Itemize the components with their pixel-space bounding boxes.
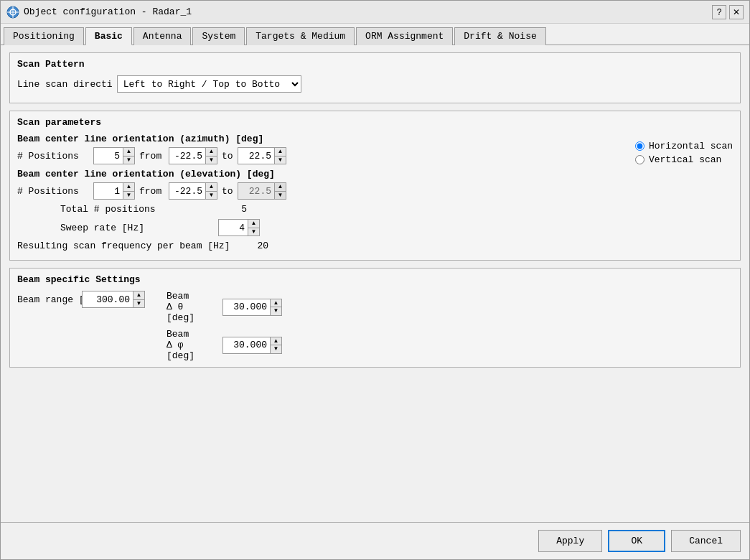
beam-delta-phi-input[interactable] [223,337,270,353]
beam-range-spinner: ▲ ▼ [133,291,144,307]
az-from-input-group: ▲ ▼ [169,147,217,164]
sweep-rate-input[interactable] [219,220,248,235]
az-positions-label: # Positions [17,151,89,162]
tab-targets-medium[interactable]: Targets & Medium [246,27,355,45]
el-positions-label: # Positions [17,186,89,197]
el-from-input[interactable] [169,183,205,199]
beam-delta-theta-up[interactable]: ▲ [271,299,281,308]
cancel-button[interactable]: Cancel [671,530,741,552]
horizontal-scan-label: Horizontal scan [649,141,733,151]
line-scan-label: Line scan directi [17,79,113,90]
el-to-down: ▼ [275,192,286,200]
window-title: Object configuration - Radar_1 [24,6,192,17]
main-window: Object configuration - Radar_1 ? ✕ Posit… [0,0,750,560]
resulting-row: Resulting scan frequency per beam [Hz] 2… [17,241,635,251]
beam-range-label: Beam range [m] [17,294,75,305]
az-positions-up[interactable]: ▲ [123,148,134,157]
el-from-input-group: ▲ ▼ [169,182,217,200]
sweep-rate-input-group: ▲ ▼ [218,219,260,236]
beam-delta-phi-row: Beam Δ φ [deg] ▲ ▼ [167,329,282,361]
title-bar-controls: ? ✕ [712,5,744,19]
sweep-rate-spinner: ▲ ▼ [248,220,259,235]
az-to-input-group: ▲ ▼ [238,147,286,164]
tab-bar: Positioning Basic Antenna System Targets… [1,24,749,45]
az-from-down[interactable]: ▼ [206,157,217,164]
scan-parameters-section: Scan parameters Beam center line orienta… [9,111,741,261]
scan-pattern-title: Scan Pattern [17,59,733,70]
az-positions-down[interactable]: ▼ [123,157,134,164]
vertical-scan-label: Vertical scan [649,154,721,165]
tab-antenna[interactable]: Antenna [133,27,192,45]
vertical-scan-radio[interactable] [635,155,644,164]
tab-basic[interactable]: Basic [85,27,132,45]
az-to-up[interactable]: ▲ [275,148,286,157]
az-positions-input[interactable] [94,148,123,164]
beam-range-down[interactable]: ▼ [133,300,144,308]
title-bar-left: Object configuration - Radar_1 [6,6,192,19]
total-positions-label: Total # positions [60,204,218,215]
az-from-up[interactable]: ▲ [206,148,217,157]
el-from-up[interactable]: ▲ [206,183,217,192]
line-scan-row: Line scan directi Left to Right / Top to… [17,75,733,93]
title-bar: Object configuration - Radar_1 ? ✕ [1,1,749,24]
az-from-input[interactable] [169,148,205,164]
az-to-label: to [222,151,233,162]
el-positions-spinner: ▲ ▼ [123,183,134,199]
horizontal-scan-row: Horizontal scan [635,141,733,151]
beam-range-up[interactable]: ▲ [133,291,144,300]
elevation-row: # Positions ▲ ▼ from ▲ [17,182,635,200]
horizontal-scan-radio[interactable] [635,141,644,151]
az-to-spinner: ▲ ▼ [274,148,286,164]
tab-system[interactable]: System [192,27,245,45]
beam-specific-title: Beam specific Settings [17,274,733,285]
beam-delta-theta-input-group: ▲ ▼ [222,299,282,316]
resulting-value: 20 [240,241,268,251]
app-icon [6,6,19,19]
az-to-input[interactable] [238,148,274,164]
az-positions-spinner: ▲ ▼ [123,148,134,164]
beam-delta-phi-unit: [deg] [167,350,194,361]
vertical-scan-row: Vertical scan [635,154,733,165]
el-from-down[interactable]: ▼ [206,192,217,200]
scan-params-inner: Beam center line orientation (azimuth) [… [17,134,733,254]
beam-range-input[interactable] [83,291,133,307]
tab-drift-noise[interactable]: Drift & Noise [454,27,545,45]
el-to-input-group: ▲ ▼ [238,182,286,200]
beam-range-input-group: ▲ ▼ [82,291,145,308]
sweep-rate-down[interactable]: ▼ [248,228,259,236]
beam-angles-group: Beam Δ θ [deg] ▲ ▼ [167,291,282,361]
help-button[interactable]: ? [712,5,726,19]
tab-orm-assignment[interactable]: ORM Assignment [356,27,453,45]
beam-delta-phi-input-group: ▲ ▼ [222,337,282,354]
apply-button[interactable]: Apply [538,530,602,552]
beam-delta-phi-symbol: Δ φ [167,340,183,350]
sweep-rate-up[interactable]: ▲ [248,220,259,228]
el-positions-input-group: ▲ ▼ [93,182,135,200]
az-from-spinner: ▲ ▼ [205,148,217,164]
tab-positioning[interactable]: Positioning [4,27,84,45]
sweep-rate-row: Sweep rate [Hz] ▲ ▼ [17,219,635,236]
close-button[interactable]: ✕ [729,5,744,19]
el-positions-input[interactable] [94,183,123,199]
el-positions-down[interactable]: ▼ [123,192,134,200]
beam-specific-section: Beam specific Settings Beam range [m] ▲ … [9,268,741,368]
el-to-label: to [222,186,233,197]
azimuth-label: Beam center line orientation (azimuth) [… [17,134,635,144]
beam-delta-theta-label: Beam Δ θ [deg] [167,291,217,323]
beam-delta-phi-up[interactable]: ▲ [271,337,281,346]
scan-params-left: Beam center line orientation (azimuth) [… [17,134,635,254]
scan-parameters-title: Scan parameters [17,117,733,128]
azimuth-row: # Positions ▲ ▼ from ▲ [17,147,635,164]
el-to-spinner: ▲ ▼ [274,183,286,199]
scan-pattern-section: Scan Pattern Line scan directi Left to R… [9,52,741,103]
beam-delta-theta-input[interactable] [223,299,270,315]
line-scan-dropdown[interactable]: Left to Right / Top to Botto Right to Le… [117,75,301,93]
el-positions-up[interactable]: ▲ [123,183,134,192]
el-from-spinner: ▲ ▼ [205,183,217,199]
az-to-down[interactable]: ▼ [275,157,286,164]
bottom-bar: Apply OK Cancel [1,522,749,559]
beam-delta-theta-down[interactable]: ▼ [271,307,281,315]
beam-delta-phi-down[interactable]: ▼ [271,345,281,353]
ok-button[interactable]: OK [608,530,665,552]
resulting-label: Resulting scan frequency per beam [Hz] [17,241,240,251]
